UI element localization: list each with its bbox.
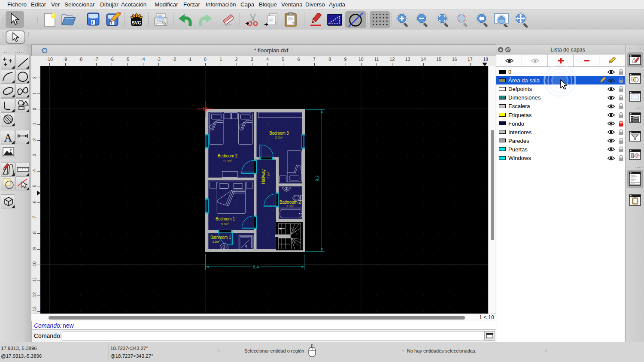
svg-text:Hallway: Hallway [261,169,266,184]
svg-text:3.3m²: 3.3m² [213,240,220,244]
svg-text:Bedroom 3: Bedroom 3 [270,131,289,136]
svg-text:Bathroom 1: Bathroom 1 [210,235,231,240]
svg-text:9.2m²: 9.2m² [221,222,229,226]
svg-text:9.2: 9.2 [315,175,320,181]
svg-text:6.4: 6.4 [253,265,259,269]
svg-text:3.3m²: 3.3m² [286,204,294,208]
svg-text:12.3m²: 12.3m² [223,159,232,163]
svg-text:11.5m²: 11.5m² [275,136,283,139]
svg-text:Bedroom 1: Bedroom 1 [216,217,235,221]
svg-text:SVG: SVG [132,20,141,25]
svg-text:Bedroom 2: Bedroom 2 [218,154,237,158]
svg-text:7.4m²: 7.4m² [267,172,270,178]
svg-text:A: A [4,132,12,144]
